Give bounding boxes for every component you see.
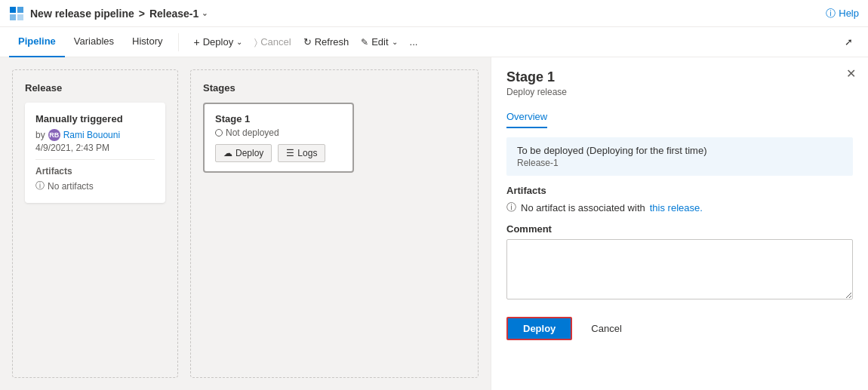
breadcrumb: New release pipeline > Release-1 ⌄ xyxy=(30,8,208,20)
breadcrumb-home[interactable]: New release pipeline xyxy=(30,8,134,20)
refresh-icon: ↻ xyxy=(303,36,312,48)
deploy-dropdown-icon: ⌄ xyxy=(236,38,242,46)
left-panel: Release Manually triggered by RB Rami Bo… xyxy=(0,57,491,390)
expand-button[interactable]: ➚ xyxy=(839,33,859,51)
stage-status: Not deployed xyxy=(215,127,342,138)
stages-column: Stages Stage 1 Not deployed ☁ Deploy xyxy=(190,69,479,378)
release-date: 4/9/2021, 2:43 PM xyxy=(35,143,155,153)
release-section-label: Release xyxy=(25,82,165,94)
artifacts-info-icon: ⓘ xyxy=(506,201,516,214)
plus-icon: + xyxy=(194,36,200,48)
release-card-meta: by RB Rami Bououni xyxy=(35,129,155,141)
info-box-sub: Release-1 xyxy=(517,158,842,168)
edit-action[interactable]: ✎ Edit ⌄ xyxy=(355,33,403,51)
main-content: Release Manually triggered by RB Rami Bo… xyxy=(0,57,868,390)
logs-icon: ☰ xyxy=(286,148,294,158)
right-panel-subtitle: Deploy release xyxy=(506,87,853,97)
info-box: To be deployed (Deploying for the first … xyxy=(506,137,853,176)
stage-title: Stage 1 xyxy=(215,113,342,124)
artifacts-link[interactable]: this release. xyxy=(650,202,703,213)
info-box-main: To be deployed (Deploying for the first … xyxy=(517,145,842,156)
close-button[interactable]: ✕ xyxy=(846,66,856,81)
stage-action-buttons: ☁ Deploy ☰ Logs xyxy=(215,144,342,162)
bottom-actions: Deploy Cancel xyxy=(506,317,853,340)
tab-variables[interactable]: Variables xyxy=(65,27,123,57)
cloud-icon: ☁ xyxy=(223,148,232,158)
topbar: New release pipeline > Release-1 ⌄ ⓘ Hel… xyxy=(0,0,868,27)
stages-section-label: Stages xyxy=(203,82,466,94)
release-column: Release Manually triggered by RB Rami Bo… xyxy=(12,69,178,378)
release-card: Manually triggered by RB Rami Bououni 4/… xyxy=(25,103,165,203)
help-button[interactable]: ⓘ Help xyxy=(826,7,859,20)
cancel-button[interactable]: Cancel xyxy=(578,318,634,339)
deploy-action[interactable]: + Deploy ⌄ xyxy=(188,33,249,51)
right-panel: ✕ Stage 1 Deploy release Overview To be … xyxy=(491,57,868,390)
stage-logs-button[interactable]: ☰ Logs xyxy=(278,144,325,162)
release-stages-container: Release Manually triggered by RB Rami Bo… xyxy=(12,69,479,378)
release-card-title: Manually triggered xyxy=(35,113,155,124)
info-circle-icon: ⓘ xyxy=(35,180,45,192)
artifacts-note: ⓘ No artifact is associated with this re… xyxy=(506,201,853,214)
breadcrumb-current[interactable]: Release-1 ⌄ xyxy=(149,8,208,20)
nav-actions: + Deploy ⌄ 〉 Cancel ↻ Refresh ✎ Edit ⌄ .… xyxy=(188,33,424,51)
right-panel-title: Stage 1 xyxy=(506,69,853,85)
svg-rect-0 xyxy=(10,7,16,13)
edit-dropdown-icon: ⌄ xyxy=(392,38,398,46)
expand-icon: ➚ xyxy=(845,36,853,48)
stage-card: Stage 1 Not deployed ☁ Deploy ☰ xyxy=(203,103,354,173)
card-divider xyxy=(35,159,155,160)
comment-label: Comment xyxy=(506,223,853,235)
breadcrumb-separator: > xyxy=(139,8,145,20)
nav-divider xyxy=(178,33,179,51)
author-name[interactable]: Rami Bououni xyxy=(63,130,120,140)
svg-rect-2 xyxy=(10,14,16,20)
status-icon xyxy=(215,129,223,137)
refresh-action[interactable]: ↻ Refresh xyxy=(297,33,356,51)
by-label: by xyxy=(35,130,45,140)
overview-tab[interactable]: Overview xyxy=(506,106,853,128)
artifacts-label: Artifacts xyxy=(35,166,155,177)
cancel-action: 〉 Cancel xyxy=(248,33,297,51)
svg-rect-3 xyxy=(17,14,23,20)
stage-deploy-button[interactable]: ☁ Deploy xyxy=(215,144,272,162)
more-action[interactable]: ... xyxy=(404,33,424,51)
cancel-icon: 〉 xyxy=(254,37,257,48)
edit-icon: ✎ xyxy=(361,37,368,48)
tab-history[interactable]: History xyxy=(123,27,171,57)
avatar: RB xyxy=(48,129,60,141)
no-artifacts: ⓘ No artifacts xyxy=(35,180,155,192)
comment-textarea[interactable] xyxy=(506,239,853,299)
tab-pipeline[interactable]: Pipeline xyxy=(9,27,65,57)
breadcrumb-dropdown-icon[interactable]: ⌄ xyxy=(202,9,208,17)
deploy-button[interactable]: Deploy xyxy=(506,317,572,340)
nav-tabs: Pipeline Variables History + Deploy ⌄ 〉 … xyxy=(0,27,868,57)
more-icon: ... xyxy=(410,36,418,48)
logo-icon xyxy=(9,6,24,21)
artifacts-section-title: Artifacts xyxy=(506,185,853,196)
help-icon: ⓘ xyxy=(826,7,836,20)
svg-rect-1 xyxy=(17,7,23,13)
